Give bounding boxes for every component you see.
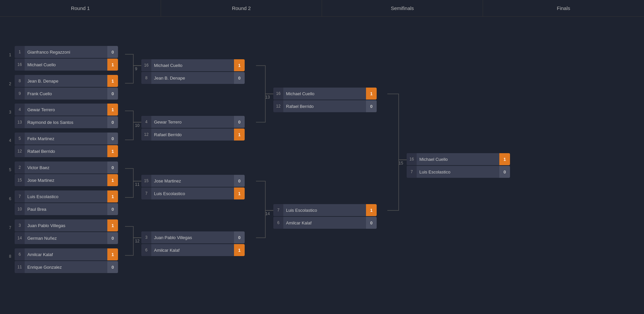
r2-match-11: 15 Jose Martinez 0 7 Luis Escolastico 1 (141, 175, 245, 199)
r1m4-player2: 12 Rafael Berrido 1 (15, 145, 118, 157)
r2-match-10: 4 Gewar Terrero 0 12 Rafael Berrido 1 (141, 116, 245, 141)
match-num-11-r1: 11 (135, 182, 139, 187)
seed: 10 (15, 203, 25, 215)
score: 0 (107, 203, 118, 215)
r1-match-3: 4 Gewar Terrero 1 13 Raymond de los Sant… (15, 104, 118, 128)
player-name: Raymond de los Santos (25, 120, 107, 125)
score: 1 (107, 104, 118, 116)
row-num-8: 8 (9, 254, 11, 259)
r1m3-player1: 4 Gewar Terrero 1 (15, 104, 118, 116)
seed: 16 (407, 153, 417, 165)
seed: 1 (15, 46, 25, 58)
score: 0 (107, 161, 118, 173)
r1m2-player1: 8 Jean B. Denape 1 (15, 75, 118, 87)
score: 0 (107, 232, 118, 244)
player-name: Michael Cuello (25, 62, 107, 67)
r1m4-player1: 5 Felix Martinez 0 (15, 133, 118, 145)
row-num-1: 1 (9, 53, 11, 57)
player-name: Felix Martinez (25, 136, 107, 141)
row-num-2: 2 (9, 82, 11, 86)
player-name: Frank Cuello (25, 91, 107, 96)
r1-match-7: 3 Juan Pablo Villegas 1 14 German Nuñez … (15, 219, 118, 244)
fm15-player1: 16 Michael Cuello 1 (407, 153, 510, 165)
player-name: Luis Escolastico (417, 169, 499, 174)
r2m11-player1: 15 Jose Martinez 0 (141, 175, 245, 187)
match-num-10-r1: 10 (135, 123, 139, 128)
score: 1 (107, 145, 118, 157)
match-num-14-r2: 14 (265, 211, 270, 216)
score: 1 (234, 59, 245, 71)
r1-match-1: 1 Gianfranco Regazzoni 0 16 Michael Cuel… (15, 46, 118, 71)
r1m6-player1: 7 Luis Escolastico 1 (15, 190, 118, 202)
r2m11-player2: 7 Luis Escolastico 1 (141, 187, 245, 199)
row-num-7: 7 (9, 225, 11, 230)
seed: 8 (15, 75, 25, 87)
score: 0 (107, 261, 118, 273)
seed: 16 (273, 88, 283, 100)
seed: 7 (407, 166, 417, 178)
row-num-5: 5 (9, 167, 11, 172)
seed: 7 (273, 204, 283, 216)
score: 1 (107, 219, 118, 231)
player-name: Jose Martinez (25, 178, 107, 183)
player-name: Amilcar Kalaf (151, 248, 234, 253)
r2-match-12: 3 Juan Pablo Villegas 0 6 Amilcar Kalaf … (141, 231, 245, 256)
header-semis: Semifinals (322, 0, 483, 16)
score: 0 (107, 116, 118, 128)
seed: 6 (15, 248, 25, 260)
semi-match-14: 7 Luis Escolastico 1 6 Amilcar Kalaf 0 (273, 204, 377, 229)
player-name: Rafael Berrido (151, 132, 234, 137)
r1-match-5: 2 Victor Baez 0 15 Jose Martinez 1 (15, 161, 118, 186)
score: 1 (234, 244, 245, 256)
player-name: Gewar Terrero (151, 120, 234, 125)
seed: 9 (15, 88, 25, 100)
sm14-player1: 7 Luis Escolastico 1 (273, 204, 377, 216)
score: 1 (234, 129, 245, 141)
player-name: Juan Pablo Villegas (25, 223, 107, 228)
header-finals: Finals (483, 0, 644, 16)
player-name: Amilcar Kalaf (25, 252, 107, 257)
seed: 16 (141, 59, 151, 71)
score: 1 (107, 174, 118, 186)
row-num-4: 4 (9, 138, 11, 143)
player-name: Enrique Gonzalez (25, 265, 107, 270)
player-name: Jean B. Denape (25, 79, 107, 84)
match-num-12-r1: 12 (135, 239, 139, 243)
match-num-15: 15 (399, 161, 403, 165)
score: 1 (107, 59, 118, 71)
seed: 15 (15, 174, 25, 186)
row-num-6: 6 (9, 196, 11, 201)
r1-match-6: 7 Luis Escolastico 1 10 Paul Brea 0 (15, 190, 118, 215)
player-name: Victor Baez (25, 165, 107, 170)
r1m5-player1: 2 Victor Baez 0 (15, 161, 118, 173)
score: 0 (234, 72, 245, 84)
player-name: Michael Cuello (283, 91, 366, 96)
r1m3-player2: 13 Raymond de los Santos 0 (15, 116, 118, 128)
player-name: Paul Brea (25, 207, 107, 212)
match-num-9-r1: 9 (135, 67, 137, 71)
player-name: Luis Escolastico (283, 208, 366, 213)
seed: 4 (15, 104, 25, 116)
r1m7-player1: 3 Juan Pablo Villegas 1 (15, 219, 118, 231)
seed: 11 (15, 261, 25, 273)
header-round1: Round 1 (0, 0, 161, 16)
score: 1 (107, 75, 118, 87)
r2m10-player1: 4 Gewar Terrero 0 (141, 116, 245, 128)
score: 0 (234, 175, 245, 187)
r1m1-player2: 16 Michael Cuello 1 (15, 59, 118, 71)
player-name: Michael Cuello (151, 63, 234, 68)
player-name: Gianfranco Regazzoni (25, 50, 107, 55)
seed: 12 (15, 145, 25, 157)
player-name: Luis Escolastico (151, 191, 234, 196)
score: 0 (499, 166, 510, 178)
score: 0 (107, 133, 118, 145)
score: 1 (107, 248, 118, 260)
score: 1 (499, 153, 510, 165)
seed: 7 (141, 187, 151, 199)
r1m5-player2: 15 Jose Martinez 1 (15, 174, 118, 186)
seed: 3 (15, 219, 25, 231)
player-name: Rafael Berrido (25, 149, 107, 154)
score: 1 (234, 187, 245, 199)
score: 0 (234, 231, 245, 243)
seed: 15 (141, 175, 151, 187)
